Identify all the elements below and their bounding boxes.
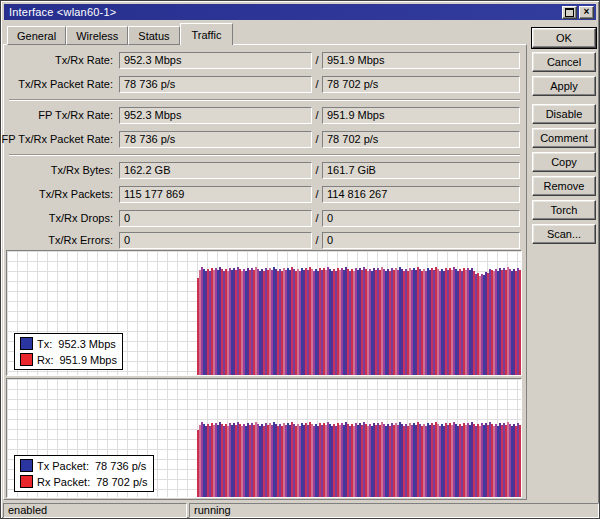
tab-bar: General Wireless Status Traffic [7,23,233,45]
packet-rate-plot: Tx Packet: 78 736 p/s Rx Packet: 78 702 … [7,379,521,497]
tx-bytes-field: 162.2 GB [119,162,312,179]
close-icon: × [584,7,590,17]
rx-errors-field: 0 [322,232,520,249]
tab-traffic-label: Traffic [192,29,222,41]
errors-separator: / [312,232,322,249]
tx-legend-value: 952.3 Mbps [58,338,115,350]
field-row-bytes: Tx/Rx Bytes: 162.2 GB / 161.7 GiB [1,162,527,179]
group-separator-1 [9,99,520,101]
rx-legend-label: Rx: [37,354,54,366]
legend-row-rx-packet: Rx Packet: 78 702 p/s [20,475,148,488]
scan-button-label: Scan... [547,228,581,240]
legend-row-tx-packet: Tx Packet: 78 736 p/s [20,459,148,472]
tx-legend-label: Tx: [37,338,52,350]
status-running: running [189,503,599,518]
ok-button[interactable]: OK [532,28,596,48]
window-titlebar[interactable]: Interface <wlan60-1> × [4,4,596,20]
tx-packets-field: 115 177 869 [119,186,312,203]
errors-label: Tx/Rx Errors: [1,232,113,249]
tab-wireless-label: Wireless [76,30,118,42]
traffic-rate-plot: Tx: 952.3 Mbps Rx: 951.9 Mbps [7,251,521,375]
cancel-button[interactable]: Cancel [532,52,596,72]
remove-button-label: Remove [544,180,585,192]
remove-button[interactable]: Remove [532,176,596,196]
window-title: Interface <wlan60-1> [9,6,116,18]
legend-row-tx: Tx: 952.3 Mbps [20,337,117,350]
field-row-errors: Tx/Rx Errors: 0 / 0 [1,232,527,249]
comment-button[interactable]: Comment [532,128,596,148]
tab-status-label: Status [138,30,169,42]
tab-wireless[interactable]: Wireless [66,26,128,45]
cancel-button-label: Cancel [547,56,581,68]
copy-button[interactable]: Copy [532,152,596,172]
field-row-packet-rate: Tx/Rx Packet Rate: 78 736 p/s / 78 702 p… [1,76,527,93]
group-separator-2 [9,154,520,156]
window-controls: × [562,6,594,19]
copy-button-label: Copy [551,156,577,168]
tx-packet-legend-value: 78 736 p/s [95,460,146,472]
rx-rate-field: 951.9 Mbps [322,52,520,69]
drops-separator: / [312,210,322,227]
legend-row-rx: Rx: 951.9 Mbps [20,353,117,366]
tab-traffic[interactable]: Traffic [180,23,234,45]
rx-packet-rate-field: 78 702 p/s [322,76,520,93]
rx-packets-field: 114 816 267 [322,186,520,203]
scan-button[interactable]: Scan... [532,224,596,244]
tx-drops-field: 0 [119,210,312,227]
tx-packet-rate-field: 78 736 p/s [119,76,312,93]
tx-series-swatch [20,337,33,350]
packets-separator: / [312,186,322,203]
tx-packet-series-swatch [20,459,33,472]
fp-rx-packet-rate-field: 78 702 p/s [322,131,520,148]
torch-button-label: Torch [551,204,578,216]
fp-packet-rate-label: FP Tx/Rx Packet Rate: [1,131,113,148]
rx-drops-field: 0 [322,210,520,227]
field-row-rate: Tx/Rx Rate: 952.3 Mbps / 951.9 Mbps [1,52,527,69]
fp-rate-label: FP Tx/Rx Rate: [1,107,113,124]
fp-rx-rate-field: 951.9 Mbps [322,107,520,124]
rate-separator: / [312,52,322,69]
traffic-rate-legend: Tx: 952.3 Mbps Rx: 951.9 Mbps [14,333,123,370]
field-row-drops: Tx/Rx Drops: 0 / 0 [1,210,527,227]
comment-button-label: Comment [540,132,588,144]
drops-label: Tx/Rx Drops: [1,210,113,227]
disable-button-label: Disable [546,108,583,120]
rate-label: Tx/Rx Rate: [1,52,113,69]
traffic-rate-chart: Tx: 952.3 Mbps Rx: 951.9 Mbps [6,250,522,376]
apply-button-label: Apply [550,80,578,92]
disable-button[interactable]: Disable [532,104,596,124]
status-enabled: enabled [3,503,187,518]
rx-packet-legend-value: 78 702 p/s [96,476,147,488]
rx-bytes-field: 161.7 GiB [322,162,520,179]
apply-button[interactable]: Apply [532,76,596,96]
tx-errors-field: 0 [119,232,312,249]
field-row-fp-packet-rate: FP Tx/Rx Packet Rate: 78 736 p/s / 78 70… [1,131,527,148]
rx-packet-legend-label: Rx Packet: [37,476,90,488]
torch-button[interactable]: Torch [532,200,596,220]
field-row-fp-rate: FP Tx/Rx Rate: 952.3 Mbps / 951.9 Mbps [1,107,527,124]
tab-status[interactable]: Status [128,26,179,45]
fp-packet-rate-separator: / [312,131,322,148]
tab-general-label: General [17,30,56,42]
field-row-packets: Tx/Rx Packets: 115 177 869 / 114 816 267 [1,186,527,203]
bytes-label: Tx/Rx Bytes: [1,162,113,179]
packet-rate-label: Tx/Rx Packet Rate: [1,76,113,93]
tab-general[interactable]: General [7,26,66,45]
bytes-separator: / [312,162,322,179]
ok-button-label: OK [556,32,572,44]
packet-rate-chart: Tx Packet: 78 736 p/s Rx Packet: 78 702 … [6,378,522,498]
maximize-button[interactable] [562,6,577,19]
maximize-icon [565,8,574,17]
fp-rate-separator: / [312,107,322,124]
fp-tx-packet-rate-field: 78 736 p/s [119,131,312,148]
packets-label: Tx/Rx Packets: [1,186,113,203]
packet-rate-separator: / [312,76,322,93]
close-button[interactable]: × [579,6,594,19]
fp-tx-rate-field: 952.3 Mbps [119,107,312,124]
rx-legend-value: 951.9 Mbps [60,354,117,366]
tx-rate-field: 952.3 Mbps [119,52,312,69]
tx-packet-legend-label: Tx Packet: [37,460,89,472]
packet-rate-legend: Tx Packet: 78 736 p/s Rx Packet: 78 702 … [14,455,154,492]
interface-dialog-window: Interface <wlan60-1> × General Wireless … [0,0,600,519]
rx-packet-series-swatch [20,475,33,488]
